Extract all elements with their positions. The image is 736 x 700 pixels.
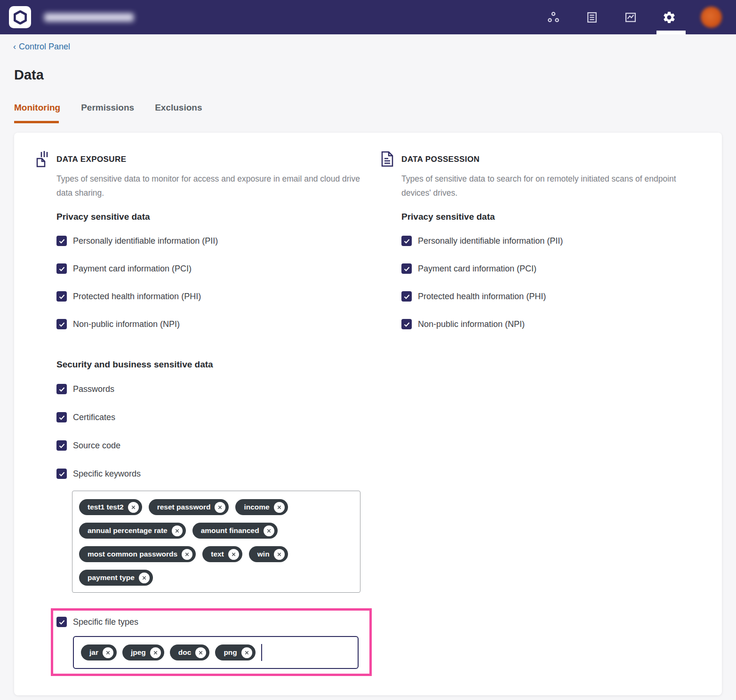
chip-label: test1 test2 bbox=[88, 503, 124, 511]
checkbox-label: Non-public information (NPI) bbox=[418, 319, 525, 329]
checkbox-label: Payment card information (PCI) bbox=[418, 264, 536, 274]
remove-keyword-icon[interactable] bbox=[264, 525, 274, 536]
chip-label: income bbox=[244, 503, 269, 511]
remove-keyword-icon[interactable] bbox=[128, 502, 139, 513]
checkbox-row-possession-npi[interactable]: Non-public information (NPI) bbox=[401, 319, 525, 329]
tab-permissions[interactable]: Permissions bbox=[81, 103, 134, 113]
checkbox-label: Certificates bbox=[73, 413, 115, 422]
checkbox-label: Protected health information (PHI) bbox=[73, 292, 201, 302]
keyword-chip: amount financed bbox=[192, 523, 278, 539]
specific-file-types-highlight: Specific file types jar jpeg doc png bbox=[51, 608, 372, 676]
checkbox-row-exposure-pii[interactable]: Personally identifiable information (PII… bbox=[56, 236, 218, 246]
keyword-chip: payment type bbox=[79, 570, 153, 586]
checkbox-row-possession-pii[interactable]: Personally identifiable information (PII… bbox=[401, 236, 563, 246]
chip-label: png bbox=[224, 648, 237, 657]
chip-label: text bbox=[211, 550, 224, 558]
checkbox-label: Personally identifiable information (PII… bbox=[418, 236, 563, 246]
data-exposure-description: Types of sensitive data to monitor for a… bbox=[56, 172, 362, 200]
nodes-icon[interactable] bbox=[546, 10, 560, 24]
gear-icon[interactable] bbox=[662, 10, 676, 24]
workspace-name-redacted bbox=[44, 13, 134, 22]
data-possession-description: Types of sensitive data to search for on… bbox=[401, 172, 703, 200]
checkbox-label: Specific file types bbox=[73, 617, 138, 627]
chip-label: payment type bbox=[88, 573, 135, 582]
file-type-chip: png bbox=[215, 644, 255, 660]
tab-bar: Monitoring Permissions Exclusions bbox=[14, 103, 202, 113]
checkbox-checked[interactable] bbox=[56, 319, 67, 329]
keyword-chip: annual percentage rate bbox=[79, 523, 186, 539]
checkbox-checked[interactable] bbox=[401, 319, 412, 329]
checkbox-row-possession-pci[interactable]: Payment card information (PCI) bbox=[401, 263, 536, 274]
remove-file-type-icon[interactable] bbox=[150, 647, 161, 658]
checkbox-row-exposure-npi[interactable]: Non-public information (NPI) bbox=[56, 319, 180, 329]
checkbox-checked[interactable] bbox=[401, 291, 412, 302]
document-icon[interactable] bbox=[585, 10, 599, 24]
checkbox-label: Specific keywords bbox=[73, 469, 141, 479]
chip-label: annual percentage rate bbox=[88, 526, 168, 535]
tab-monitoring[interactable]: Monitoring bbox=[14, 103, 60, 113]
checkbox-label: Source code bbox=[73, 441, 120, 451]
checkbox-row-specific-file-types[interactable]: Specific file types bbox=[56, 617, 138, 627]
checkbox-label: Non-public information (NPI) bbox=[73, 319, 180, 329]
file-type-chip: doc bbox=[170, 644, 210, 660]
remove-keyword-icon[interactable] bbox=[172, 525, 183, 536]
hexagon-logo-icon bbox=[14, 10, 27, 24]
checkbox-checked[interactable] bbox=[401, 236, 412, 246]
tab-exclusions[interactable]: Exclusions bbox=[155, 103, 202, 113]
breadcrumb-label: Control Panel bbox=[19, 42, 70, 51]
remove-keyword-icon[interactable] bbox=[274, 549, 285, 560]
remove-keyword-icon[interactable] bbox=[139, 573, 150, 583]
remove-keyword-icon[interactable] bbox=[228, 549, 239, 560]
active-nav-indicator bbox=[656, 31, 686, 34]
chip-label: doc bbox=[178, 648, 192, 657]
keywords-input-box[interactable]: test1 test2 reset password income annual… bbox=[72, 491, 360, 593]
chip-label: jar bbox=[89, 648, 98, 657]
checkbox-checked[interactable] bbox=[56, 617, 67, 627]
keyword-chip: reset password bbox=[149, 499, 229, 515]
chip-label: most common passwords bbox=[88, 550, 177, 558]
keyword-chip: most common passwords bbox=[79, 546, 196, 562]
chart-icon[interactable] bbox=[624, 10, 638, 24]
checkbox-row-exposure-pci[interactable]: Payment card information (PCI) bbox=[56, 263, 192, 274]
active-tab-underline bbox=[14, 121, 59, 123]
checkbox-checked[interactable] bbox=[401, 263, 412, 274]
checkbox-row-specific-keywords[interactable]: Specific keywords bbox=[56, 469, 141, 479]
keyword-chip: income bbox=[235, 499, 288, 515]
remove-keyword-icon[interactable] bbox=[274, 502, 285, 513]
checkbox-checked[interactable] bbox=[56, 291, 67, 302]
checkbox-checked[interactable] bbox=[56, 469, 67, 479]
checkbox-row-source-code[interactable]: Source code bbox=[56, 440, 120, 451]
checkbox-row-exposure-phi[interactable]: Protected health information (PHI) bbox=[56, 291, 201, 302]
remove-file-type-icon[interactable] bbox=[195, 647, 206, 658]
checkbox-checked[interactable] bbox=[56, 440, 67, 451]
checkbox-checked[interactable] bbox=[56, 384, 67, 394]
privacy-heading-exposure: Privacy sensitive data bbox=[56, 212, 150, 222]
remove-keyword-icon[interactable] bbox=[215, 502, 225, 513]
checkbox-label: Passwords bbox=[73, 384, 114, 394]
checkbox-row-possession-phi[interactable]: Protected health information (PHI) bbox=[401, 291, 546, 302]
top-navigation-bar bbox=[0, 0, 736, 34]
checkbox-checked[interactable] bbox=[56, 236, 67, 246]
settings-card: DATA EXPOSURE Types of sensitive data to… bbox=[14, 133, 722, 695]
data-exposure-icon bbox=[35, 151, 50, 167]
file-type-chip: jar bbox=[81, 644, 117, 660]
file-types-input[interactable]: jar jpeg doc png bbox=[73, 636, 359, 669]
page-title: Data bbox=[14, 67, 44, 83]
security-heading-exposure: Security and business sensitive data bbox=[56, 359, 213, 370]
checkbox-row-passwords[interactable]: Passwords bbox=[56, 384, 114, 394]
checkbox-checked[interactable] bbox=[56, 412, 67, 422]
checkbox-label: Payment card information (PCI) bbox=[73, 264, 192, 274]
remove-file-type-icon[interactable] bbox=[103, 647, 113, 658]
checkbox-checked[interactable] bbox=[56, 263, 67, 274]
breadcrumb-control-panel[interactable]: ‹Control Panel bbox=[13, 42, 70, 52]
keyword-chip: test1 test2 bbox=[79, 499, 142, 515]
app-logo[interactable] bbox=[9, 6, 31, 28]
remove-file-type-icon[interactable] bbox=[241, 647, 252, 658]
privacy-heading-possession: Privacy sensitive data bbox=[401, 212, 495, 222]
user-avatar[interactable] bbox=[701, 7, 722, 28]
checkbox-label: Protected health information (PHI) bbox=[418, 292, 546, 302]
remove-keyword-icon[interactable] bbox=[182, 549, 192, 560]
checkbox-row-certificates[interactable]: Certificates bbox=[56, 412, 115, 422]
chevron-left-icon: ‹ bbox=[13, 42, 16, 51]
chip-label: reset password bbox=[157, 503, 211, 511]
